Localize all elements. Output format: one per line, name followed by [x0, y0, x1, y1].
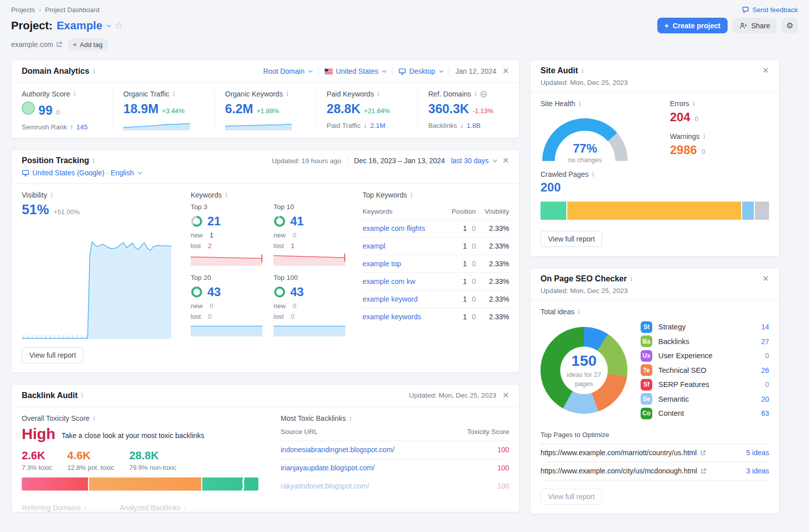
- site-audit-card: Site Audit i ✕ Updated: Mon, Dec 25, 202…: [530, 60, 780, 257]
- info-icon[interactable]: i: [51, 191, 53, 199]
- table-row: indonesiabrandingnet.blogspot.com/ 100: [281, 441, 509, 459]
- favorite-star-icon[interactable]: ☆: [114, 20, 123, 31]
- semrush-rank-value[interactable]: 145: [76, 123, 88, 131]
- backlinks-value[interactable]: 1.8B: [467, 122, 481, 129]
- project-selector[interactable]: Example: [57, 19, 111, 32]
- top3-count[interactable]: 21: [207, 214, 221, 228]
- legend-item-technical-seo[interactable]: Te Technical SEO 26: [641, 363, 769, 378]
- view-full-report-button[interactable]: View full report: [22, 347, 83, 363]
- close-icon[interactable]: ✕: [503, 157, 509, 165]
- legend-item-strategy[interactable]: St Strategy 14: [641, 320, 769, 334]
- add-tag-label: Add tag: [80, 41, 103, 49]
- keyword-link[interactable]: example com flights: [363, 224, 443, 232]
- paid-traffic-value[interactable]: 2.1M: [370, 122, 385, 129]
- top10-count[interactable]: 41: [290, 214, 304, 228]
- paid-keywords-value[interactable]: 28.8K: [327, 102, 361, 116]
- info-icon[interactable]: i: [173, 90, 175, 98]
- organic-keywords-value[interactable]: 6.2M: [225, 102, 253, 116]
- info-icon[interactable]: i: [693, 100, 695, 107]
- top100-count[interactable]: 43: [290, 285, 304, 299]
- info-icon[interactable]: i: [475, 90, 477, 98]
- range-selector-dropdown[interactable]: last 30 days: [451, 157, 497, 165]
- keyword-link[interactable]: example keywords: [363, 313, 443, 321]
- plus-icon: +: [664, 22, 668, 30]
- visibility-area-chart: [22, 225, 171, 339]
- info-icon[interactable]: i: [581, 67, 583, 74]
- breadcrumb-projects[interactable]: Projects: [11, 6, 35, 14]
- backlink-url-link[interactable]: rakyatindonet.blogspot.com/: [281, 482, 464, 490]
- keyword-link[interactable]: example keyword: [363, 295, 443, 303]
- top-pages-block: Top Pages to Optimize https://www.exampl…: [541, 431, 769, 480]
- view-full-report-button[interactable]: View full report: [541, 489, 602, 505]
- serp-features-badge-icon: Sf: [641, 379, 652, 391]
- country-filter-dropdown[interactable]: United States: [325, 67, 386, 75]
- person-plus-icon: [739, 22, 747, 29]
- close-icon[interactable]: ✕: [762, 275, 769, 283]
- backlink-url-link[interactable]: irianjayaupdate.blogspot.com/: [281, 464, 464, 472]
- info-icon[interactable]: i: [93, 415, 95, 422]
- add-tag-button[interactable]: + Add tag: [67, 38, 108, 51]
- legend-item-semantic[interactable]: Se Semantic 20: [641, 392, 769, 407]
- keyword-link[interactable]: example com kw: [363, 277, 443, 285]
- settings-gear-button[interactable]: ⚙: [782, 18, 798, 33]
- keyword-link[interactable]: example top: [363, 260, 443, 268]
- table-header-row: Keywords Position Visibility: [363, 204, 509, 219]
- share-button[interactable]: Share: [733, 18, 777, 33]
- location-selector-dropdown[interactable]: United States (Google) · English: [22, 169, 142, 177]
- date-filter[interactable]: Jan 12, 2024: [456, 67, 497, 75]
- project-domain-link[interactable]: example.com: [11, 40, 62, 49]
- title-row: Project: Example ☆ + Create project Shar…: [11, 18, 798, 33]
- close-icon[interactable]: ✕: [503, 67, 509, 75]
- desktop-icon: [398, 68, 406, 75]
- warnings-value[interactable]: 2986: [670, 143, 697, 157]
- info-icon[interactable]: i: [631, 275, 633, 282]
- page-url-link[interactable]: https://www.example.com/city/us/mcdonoug…: [541, 467, 706, 475]
- info-icon[interactable]: i: [225, 191, 227, 199]
- info-icon[interactable]: i: [93, 68, 95, 75]
- send-feedback-link[interactable]: Send feedback: [742, 6, 798, 14]
- backlink-url-link[interactable]: indonesiabrandingnet.blogspot.com/: [281, 446, 464, 454]
- view-full-report-button[interactable]: View full report: [541, 231, 602, 247]
- breadcrumb-project-dashboard[interactable]: Project Dashboard: [45, 6, 100, 14]
- domain-analytics-title: Domain Analytics: [22, 67, 89, 76]
- date-range: Dec 16, 2023 – Jan 13, 2024: [354, 157, 445, 165]
- errors-value[interactable]: 204: [670, 110, 690, 124]
- close-icon[interactable]: ✕: [503, 392, 509, 400]
- info-icon[interactable]: i: [81, 392, 83, 399]
- legend-item-content[interactable]: Co Content 63: [641, 406, 769, 421]
- info-icon[interactable]: i: [377, 90, 379, 98]
- domain-analytics-body: Authority Scorei 99 0 Semrush Rank ↑ 145: [12, 83, 519, 138]
- table-header-row: Source URL Toxicity Score: [281, 423, 509, 441]
- info-icon[interactable]: i: [578, 100, 580, 107]
- ideas-count-link[interactable]: 5 ideas: [746, 449, 769, 457]
- bar-segment: [89, 477, 201, 491]
- table-row: example keywords 10 2.33%: [363, 308, 509, 325]
- info-icon[interactable]: i: [93, 157, 95, 164]
- visibility-block: Visibilityi 51% +51.00%: [22, 191, 173, 339]
- device-filter-dropdown[interactable]: Desktop: [398, 67, 442, 75]
- info-icon[interactable]: i: [74, 90, 76, 98]
- info-icon[interactable]: i: [411, 191, 413, 199]
- organic-traffic-value[interactable]: 18.9M: [123, 102, 158, 116]
- top20-count[interactable]: 43: [207, 285, 221, 299]
- position-tracking-title: Position Tracking: [22, 156, 89, 165]
- legend-item-serp-features[interactable]: Sf SERP Features 0: [641, 377, 769, 392]
- close-icon[interactable]: ✕: [762, 67, 769, 75]
- content-badge-icon: Co: [641, 408, 652, 419]
- info-icon[interactable]: i: [349, 415, 351, 422]
- legend-item-user-experience[interactable]: Ux User Experience 0: [641, 349, 769, 363]
- page-url-link[interactable]: https://www.example.com/marriott/country…: [541, 449, 706, 457]
- create-project-button[interactable]: + Create project: [657, 18, 727, 33]
- info-icon[interactable]: i: [703, 133, 705, 140]
- scope-filter-dropdown[interactable]: Root Domain: [263, 67, 312, 75]
- globe-icon[interactable]: [480, 90, 487, 98]
- legend-item-backlinks[interactable]: Ba Backlinks 27: [641, 334, 769, 349]
- info-icon[interactable]: i: [592, 171, 594, 178]
- toxicity-score: High: [22, 425, 56, 443]
- keyword-link[interactable]: exampl: [363, 242, 443, 250]
- backlink-audit-body: Overall Toxicity Scorei High Take a clos…: [12, 407, 519, 512]
- ref-domains-value[interactable]: 360.3K: [428, 102, 469, 116]
- ideas-count-link[interactable]: 3 ideas: [746, 467, 769, 475]
- info-icon[interactable]: i: [286, 90, 288, 98]
- info-icon[interactable]: i: [578, 308, 580, 315]
